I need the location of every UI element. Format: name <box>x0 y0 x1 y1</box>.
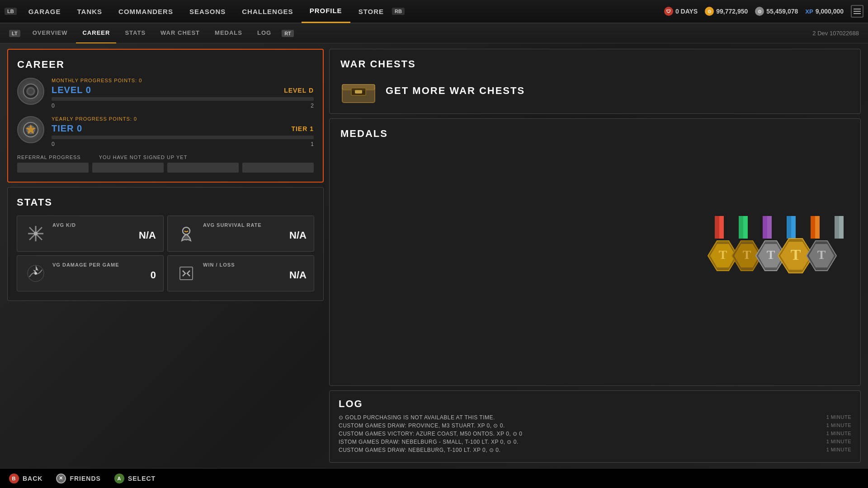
rt-button[interactable]: RT <box>282 30 294 37</box>
referral-bars <box>17 163 314 173</box>
rb-button[interactable]: RB <box>392 8 405 15</box>
days-currency: 🛡 0 DAYS <box>664 7 698 16</box>
back-button[interactable]: B BACK <box>9 474 42 483</box>
subnav-stats[interactable]: STATS <box>118 23 152 43</box>
log-time-5: 1 MINUTE <box>826 447 851 452</box>
career-title: CAREER <box>17 59 314 70</box>
monthly-progress-row: MONTHLY PROGRESS POINTS: 0 LEVEL 0 LEVEL… <box>17 78 314 109</box>
monthly-icon <box>17 78 44 105</box>
nav-item-challenges[interactable]: CHALLENGES <box>234 0 301 23</box>
stat-survival: AVG SURVIVAL RATE N/A <box>167 216 314 252</box>
svg-rect-29 <box>815 216 820 239</box>
log-text-5: CUSTOM GAMES DRAW: NEBELBURG, T-100 LT. … <box>339 447 822 453</box>
nav-item-store[interactable]: STORE <box>350 0 392 23</box>
monthly-progress-bar <box>52 97 314 101</box>
svg-rect-28 <box>811 216 815 239</box>
kd-content: AVG K/D N/A <box>52 222 156 241</box>
survival-label: AVG SURVIVAL RATE <box>203 222 307 228</box>
subnav-career[interactable]: CAREER <box>76 23 116 43</box>
gold-icon: ⊙ <box>705 7 714 16</box>
main-content: CAREER MONTHLY PROGRESS POINTS: 0 LEVEL <box>0 43 868 468</box>
lt-button[interactable]: LT <box>9 30 20 37</box>
x-badge: ✕ <box>56 474 66 483</box>
svg-rect-15 <box>180 267 193 280</box>
survival-value: N/A <box>203 230 307 241</box>
yearly-progress: YEARLY PROGRESS POINTS: 0 TIER 0 TIER 1 … <box>52 116 314 147</box>
gold-currency: ⊙ 99,772,950 <box>705 7 748 16</box>
subnav-medals[interactable]: MEDALS <box>208 23 249 43</box>
right-column: WAR CHESTS GET MORE WAR CHESTS <box>329 49 861 463</box>
select-button[interactable]: A SELECT <box>114 474 156 483</box>
nav-item-commanders[interactable]: COMMANDERS <box>110 0 181 23</box>
svg-rect-25 <box>767 216 772 239</box>
win-loss-icon <box>175 262 198 285</box>
subnav-war-chest[interactable]: WAR CHEST <box>154 23 206 43</box>
svg-rect-24 <box>763 216 767 239</box>
log-entry-2: CUSTOM GAMES DRAW: PROVINCE, M3 STUART. … <box>339 422 851 429</box>
yearly-level-row: TIER 0 TIER 1 <box>52 123 314 134</box>
damage-content: VG DAMAGE PER GAME 0 <box>52 262 156 281</box>
log-text-1: ⊙ GOLD PURCHASING IS NOT AVAILABLE AT TH… <box>339 414 822 421</box>
log-time-3: 1 MINUTE <box>826 431 851 436</box>
nav-item-garage[interactable]: GARAGE <box>20 0 69 23</box>
back-label: BACK <box>23 475 42 482</box>
nav-item-profile[interactable]: PROFILE <box>302 0 350 23</box>
damage-value: 0 <box>52 269 156 281</box>
subnav-overview[interactable]: OVERVIEW <box>26 23 74 43</box>
svg-text:T: T <box>817 248 826 262</box>
svg-point-11 <box>34 232 38 235</box>
stat-win-loss: WIN / LOSS N/A <box>167 255 314 291</box>
menu-button[interactable] <box>851 5 863 18</box>
referral-status: YOU HAVE NOT SIGNED UP YET <box>99 155 188 160</box>
friends-button[interactable]: ✕ FRIENDS <box>56 474 100 483</box>
svg-rect-31 <box>839 216 844 239</box>
friends-label: FRIENDS <box>70 475 100 482</box>
svg-rect-30 <box>835 216 839 239</box>
silver-icon: ⊙ <box>755 7 764 16</box>
monthly-level-row: LEVEL 0 LEVEL D <box>52 85 314 95</box>
lb-button[interactable]: LB <box>5 8 17 15</box>
stats-title: STATS <box>17 197 314 208</box>
log-entry-4: ISTOM GAMES DRAW: NEBELBURG - SMALL, T-1… <box>339 439 851 445</box>
damage-icon <box>24 262 47 285</box>
career-section: CAREER MONTHLY PROGRESS POINTS: 0 LEVEL <box>7 49 324 183</box>
log-time-1: 1 MINUTE <box>826 414 851 420</box>
survival-content: AVG SURVIVAL RATE N/A <box>203 222 307 241</box>
svg-rect-19 <box>355 90 362 94</box>
log-text-4: ISTOM GAMES DRAW: NEBELBURG - SMALL, T-1… <box>339 439 822 445</box>
log-title: LOG <box>339 398 851 410</box>
log-time-4: 1 MINUTE <box>826 439 851 444</box>
chest-icon <box>340 77 377 104</box>
kd-value: N/A <box>52 230 156 241</box>
log-text-3: CUSTOM GAMES VICTORY: AZURE COAST, M50 O… <box>339 431 822 437</box>
svg-rect-21 <box>719 216 724 239</box>
svg-rect-26 <box>787 216 791 239</box>
stats-section: STATS AVG K/D N/ <box>7 187 324 301</box>
stat-damage: VG DAMAGE PER GAME 0 <box>17 255 164 291</box>
bottom-bar: B BACK ✕ FRIENDS A SELECT <box>0 468 868 488</box>
log-entry-5: CUSTOM GAMES DRAW: NEBELBURG, T-100 LT. … <box>339 447 851 453</box>
war-chests-title: WAR CHESTS <box>340 58 849 70</box>
subnav-log[interactable]: LOG <box>251 23 278 43</box>
level-next: LEVEL D <box>284 87 314 94</box>
referral-row: REFERRAL PROGRESS YOU HAVE NOT SIGNED UP… <box>17 155 314 173</box>
nav-item-seasons[interactable]: SEASONS <box>181 0 234 23</box>
medals-svg: T T T T T <box>705 216 849 306</box>
get-more-war-chests-button[interactable]: GET MORE WAR CHESTS <box>386 85 525 97</box>
war-chests-inner: GET MORE WAR CHESTS <box>340 77 849 104</box>
log-section: LOG ⊙ GOLD PURCHASING IS NOT AVAILABLE A… <box>329 390 861 463</box>
nav-item-tanks[interactable]: TANKS <box>69 0 111 23</box>
damage-label: VG DAMAGE PER GAME <box>52 262 156 267</box>
stats-grid: AVG K/D N/A AVG SURVIVAL RATE <box>17 216 314 291</box>
war-chests-section: WAR CHESTS GET MORE WAR CHESTS <box>329 49 861 114</box>
svg-text:T: T <box>767 248 775 262</box>
dev-id: 2 Dev 107022688 <box>812 30 859 37</box>
kd-label: AVG K/D <box>52 222 156 228</box>
svg-rect-27 <box>791 216 796 239</box>
left-column: CAREER MONTHLY PROGRESS POINTS: 0 LEVEL <box>7 49 324 463</box>
medals-title: MEDALS <box>340 128 849 140</box>
svg-text:T: T <box>743 248 751 262</box>
kd-icon <box>24 222 47 245</box>
yearly-progress-row: YEARLY PROGRESS POINTS: 0 TIER 0 TIER 1 … <box>17 116 314 147</box>
yearly-progress-bar <box>52 136 314 139</box>
